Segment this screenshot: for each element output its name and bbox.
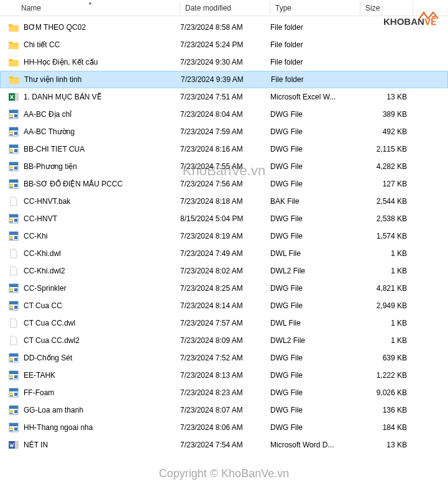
file-size: 136 KB bbox=[360, 406, 407, 414]
file-row[interactable]: Chi tiết CC7/23/2024 5:24 PMFile folder bbox=[0, 36, 448, 53]
file-name: CT Cua CC bbox=[24, 301, 180, 310]
dwg-icon bbox=[6, 299, 21, 312]
dwg-icon bbox=[6, 178, 21, 190]
file-type: DWG File bbox=[270, 180, 360, 188]
file-row[interactable]: CT Cua CC7/23/2024 8:14 AMDWG File2,949 … bbox=[0, 297, 448, 314]
file-name: BB-Phương tiện bbox=[24, 162, 180, 171]
file-name: GG-Loa am thanh bbox=[24, 406, 180, 414]
file-size: 4,821 KB bbox=[360, 284, 407, 293]
dwg-icon bbox=[6, 352, 21, 364]
file-size: 1 KB bbox=[360, 319, 407, 327]
column-size-label: Size bbox=[365, 4, 380, 12]
file-name: AA-BC Địa chỉ bbox=[24, 110, 180, 119]
file-row[interactable]: HH-Học Điện, Kết cấu7/23/2024 9:30 AMFil… bbox=[0, 53, 448, 71]
dwg-icon bbox=[6, 143, 21, 155]
file-date: 7/23/2024 8:06 AM bbox=[180, 423, 270, 432]
file-row[interactable]: CC-Khi.dwl7/23/2024 7:49 AMDWL File1 KB bbox=[0, 245, 448, 262]
file-date: 7/23/2024 8:23 AM bbox=[180, 388, 270, 397]
file-type: DWG File bbox=[270, 110, 360, 119]
file-date: 7/23/2024 7:57 AM bbox=[180, 319, 270, 327]
file-date: 7/23/2024 8:04 AM bbox=[180, 110, 270, 119]
file-row[interactable]: DD-Chống Sét7/23/2024 7:52 AMDWG File639… bbox=[0, 349, 448, 367]
file-type: DWG File bbox=[270, 406, 360, 414]
file-size: 2,115 KB bbox=[360, 145, 407, 153]
file-row[interactable]: CC-Khi.dwl27/23/2024 8:02 AMDWL2 File1 K… bbox=[0, 262, 448, 280]
watermark-bottom: Copyright © KhoBanVe.vn bbox=[159, 467, 289, 480]
file-type: Microsoft Word D... bbox=[270, 441, 360, 449]
file-date: 7/23/2024 5:24 PM bbox=[180, 40, 270, 49]
file-size: 127 KB bbox=[360, 180, 407, 188]
file-date: 7/23/2024 7:54 AM bbox=[180, 441, 270, 449]
file-row[interactable]: BB-Phương tiện7/23/2024 7:55 AMDWG File4… bbox=[0, 158, 448, 175]
file-type: DWL2 File bbox=[270, 336, 360, 345]
file-row[interactable]: FF-Foam7/23/2024 8:23 AMDWG File9,026 KB bbox=[0, 384, 448, 401]
file-size: 4,282 KB bbox=[360, 162, 407, 171]
file-date: 7/23/2024 8:13 AM bbox=[180, 371, 270, 380]
file-size: 2,949 KB bbox=[360, 301, 407, 310]
file-size: 184 KB bbox=[360, 423, 407, 432]
dwg-icon bbox=[6, 213, 21, 225]
file-row[interactable]: 1. DANH MỤC BẢN VẼ7/23/2024 7:51 AMMicro… bbox=[0, 88, 448, 106]
file-type: File folder bbox=[270, 23, 360, 32]
word-icon bbox=[6, 439, 21, 451]
file-row[interactable]: CC-HNVT.bak7/23/2024 8:18 AMBAK File2,54… bbox=[0, 193, 448, 210]
file-name: CC-Khi.dwl2 bbox=[24, 267, 180, 275]
file-row[interactable]: AA-BC Thường7/23/2024 7:59 AMDWG File492… bbox=[0, 123, 448, 140]
file-size: 1 KB bbox=[360, 267, 407, 275]
blank-icon bbox=[6, 247, 21, 260]
blank-icon bbox=[6, 334, 21, 347]
file-type: Microsoft Excel W... bbox=[270, 93, 360, 101]
file-size: 13 KB bbox=[360, 93, 407, 101]
file-name: CC-Khi bbox=[24, 232, 180, 240]
file-date: 7/23/2024 8:07 AM bbox=[180, 406, 270, 414]
file-date: 7/23/2024 8:14 AM bbox=[180, 301, 270, 310]
file-name: CC-Sprinkler bbox=[24, 284, 180, 293]
file-size: 1,222 KB bbox=[360, 371, 407, 380]
file-row[interactable]: GG-Loa am thanh7/23/2024 8:07 AMDWG File… bbox=[0, 401, 448, 419]
file-name: FF-Foam bbox=[24, 388, 180, 397]
file-name: CC-Khi.dwl bbox=[24, 249, 180, 258]
file-type: DWG File bbox=[270, 232, 360, 240]
file-size: 1,574 KB bbox=[360, 232, 407, 240]
column-header-date[interactable]: Date modified bbox=[180, 1, 270, 15]
file-date: 7/23/2024 8:09 AM bbox=[180, 336, 270, 345]
file-date: 7/23/2024 8:18 AM bbox=[180, 197, 270, 206]
file-date: 7/23/2024 8:58 AM bbox=[180, 23, 270, 32]
file-row[interactable]: AA-BC Địa chỉ7/23/2024 8:04 AMDWG File38… bbox=[0, 106, 448, 123]
file-type: DWG File bbox=[270, 388, 360, 397]
file-name: BB-SƠ ĐỒ ĐIỆN MẪU PCCC bbox=[24, 180, 180, 188]
file-row[interactable]: BB-SƠ ĐỒ ĐIỆN MẪU PCCC7/23/2024 7:56 AMD… bbox=[0, 175, 448, 193]
file-size: 9,026 KB bbox=[360, 388, 407, 397]
file-row[interactable]: CT Cua CC.dwl7/23/2024 7:57 AMDWL File1 … bbox=[0, 314, 448, 332]
file-row[interactable]: NÉT IN7/23/2024 7:54 AMMicrosoft Word D.… bbox=[0, 436, 448, 454]
column-type-label: Type bbox=[275, 4, 291, 12]
file-date: 7/23/2024 9:39 AM bbox=[181, 75, 271, 84]
file-name: CC-HNVT bbox=[24, 214, 180, 223]
file-row[interactable]: HH-Thang ngoai nha7/23/2024 8:06 AMDWG F… bbox=[0, 419, 448, 436]
file-list: BƠM THEO QC027/23/2024 8:58 AMFile folde… bbox=[0, 16, 448, 454]
file-row[interactable]: CC-Khi7/23/2024 8:19 AMDWG File1,574 KB bbox=[0, 227, 448, 245]
file-row[interactable]: CT Cua CC.dwl27/23/2024 8:09 AMDWL2 File… bbox=[0, 332, 448, 349]
column-header-name[interactable]: ▴ Name bbox=[0, 1, 180, 15]
dwg-icon bbox=[6, 282, 21, 295]
file-date: 7/23/2024 7:59 AM bbox=[180, 127, 270, 136]
column-header-row: ▴ Name Date modified Type Size bbox=[0, 0, 448, 16]
file-row[interactable]: EE-TAHK7/23/2024 8:13 AMDWG File1,222 KB bbox=[0, 367, 448, 384]
file-name: Thư viện linh tinh bbox=[24, 75, 181, 84]
file-row[interactable]: CC-HNVT8/15/2024 5:04 PMDWG File2,538 KB bbox=[0, 210, 448, 227]
file-date: 7/23/2024 8:19 AM bbox=[180, 232, 270, 240]
file-name: AA-BC Thường bbox=[24, 127, 180, 136]
file-row[interactable]: Thư viện linh tinh7/23/2024 9:39 AMFile … bbox=[0, 71, 448, 88]
blank-icon bbox=[6, 317, 21, 329]
dwg-icon bbox=[6, 421, 21, 434]
file-type: BAK File bbox=[270, 197, 360, 206]
column-name-label: Name bbox=[21, 4, 41, 12]
file-row[interactable]: CC-Sprinkler7/23/2024 8:25 AMDWG File4,8… bbox=[0, 280, 448, 297]
folder-icon bbox=[6, 56, 21, 68]
column-header-size[interactable]: Size bbox=[360, 1, 413, 15]
column-header-type[interactable]: Type bbox=[270, 1, 360, 15]
file-size: 389 KB bbox=[360, 110, 407, 119]
file-row[interactable]: BƠM THEO QC027/23/2024 8:58 AMFile folde… bbox=[0, 19, 448, 36]
file-type: DWG File bbox=[270, 284, 360, 293]
file-row[interactable]: BB-CHI TIET CUA7/23/2024 8:16 AMDWG File… bbox=[0, 140, 448, 158]
